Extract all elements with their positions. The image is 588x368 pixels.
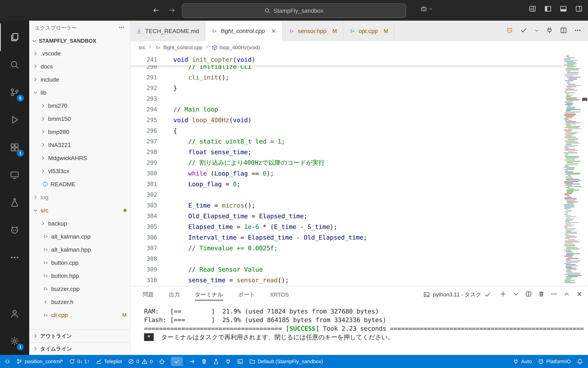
tree-item-INA3221[interactable]: INA3221 [29,138,130,151]
toggle-secondary-sidebar[interactable] [575,5,582,14]
panel-tab-XRTOS[interactable]: XRTOS [270,286,289,303]
minimap[interactable] [563,55,582,284]
status-platformio-env[interactable]: Default (StampFly_sandbox) [246,355,326,368]
status-bar: position_control*0↓ 1↑Teleplot00Default … [0,355,588,368]
tree-item-include[interactable]: include [29,73,130,86]
sidebar-section-0[interactable]: アウトライン [29,330,130,342]
folder-icon [249,359,255,364]
copilot-menu[interactable] [420,5,433,12]
tree-item-MdgwickAHRS[interactable]: MdgwickAHRS [29,151,130,165]
kill-terminal[interactable] [538,291,544,298]
sidebar-section-1[interactable]: タイムライン [29,342,130,355]
status-platformio-home[interactable] [156,355,168,368]
command-center-search[interactable]: StampFly_sandbox [182,3,406,18]
status-git-sync[interactable]: 0↓ 1↑ [66,355,93,368]
status-platformio-clean[interactable] [198,355,210,368]
editor-more-actions[interactable] [574,27,581,35]
tab-opt.cpp[interactable]: C+opt.cppM [343,21,395,41]
serial-monitor[interactable] [546,27,553,35]
chevright-icon [40,168,46,174]
activity-run-debug[interactable] [0,106,29,134]
platformio-quick-access[interactable] [506,27,513,35]
close-tab-icon[interactable] [271,28,276,34]
tree-item-README[interactable]: README [29,178,130,191]
tree-item-lib[interactable]: lib [29,86,130,99]
code-editor[interactable]: 290 // Initialize CLI291 cli_init();292}… [130,54,588,286]
breadcrumb-item[interactable]: loop_400Hz(void) [212,45,260,50]
status-platformio-build[interactable] [168,355,186,368]
status-platformio-core[interactable]: PlatformIO [535,355,574,368]
panel-tab-ポート[interactable]: ポート [238,286,255,303]
status-git-branch[interactable]: position_control* [13,355,66,368]
terminal-profiles[interactable] [513,291,519,298]
editor-scrollbar[interactable] [582,98,587,101]
toggle-primary-sidebar[interactable] [544,5,552,14]
activity-platformio[interactable] [0,216,29,244]
maximize-panel[interactable] [564,291,570,298]
tree-item-bmp280[interactable]: bmp280 [29,125,130,138]
activity-accounts[interactable] [0,300,29,327]
panel-tab-ターミナル[interactable]: ターミナル [195,286,223,303]
tree-item-vl53l3cx[interactable]: vl53l3cx [29,165,130,178]
status-notifications[interactable] [574,355,586,368]
status-platformio-serial-monitor[interactable] [222,355,234,368]
panel-more-actions[interactable] [551,291,557,298]
sticky-scroll-line[interactable]: 241void init_copter(void) [130,54,564,65]
tree-item-bmi270[interactable]: bmi270 [29,99,130,112]
status-serial-port-auto[interactable]: Auto [510,355,535,368]
nav-back-button[interactable] [151,5,162,16]
toggle-panel[interactable] [560,5,567,14]
nav-forward-button[interactable] [167,5,177,16]
cpp-file-icon: C+ [349,28,356,34]
tree-item-bmm150[interactable]: bmm150 [29,112,130,125]
tree-item-cli.cpp[interactable]: C+cli.cppM [29,308,130,322]
code-line-299: 299 // 割り込みにより400Hzで以降のコードが実行 [130,157,564,168]
tree-root[interactable]: STAMPFLY_SANDBOX [29,35,130,47]
split-editor[interactable] [560,27,567,35]
tab-TECH_README.md[interactable]: TECH_README.md [130,21,205,41]
status-platformio-upload[interactable] [186,355,198,368]
status-platformio-test[interactable] [210,355,222,368]
status-teleplot[interactable]: Teleplot [93,355,125,368]
tree-item-buzzer.h[interactable]: Cbuzzer.h [29,295,130,308]
tree-item-alt_kalman.cpp[interactable]: C+alt_kalman.cpp [29,230,130,243]
activity-remote-explorer[interactable] [0,161,29,189]
tree-item-button.hpp[interactable]: C+button.hpp [29,269,130,282]
close-panel[interactable] [576,291,582,298]
split-terminal[interactable] [526,291,532,298]
terminal-line: ===================================== [S… [144,324,588,333]
activity-extensions[interactable]: 1 [0,134,29,161]
tree-item-buzzer.cpp[interactable]: C+buzzer.cpp [29,282,130,295]
cpp-file-icon: C+ [42,312,49,318]
new-terminal[interactable] [500,291,506,298]
status-remote-indicator[interactable] [1,355,13,368]
activity-explorer[interactable] [0,23,29,51]
breadcrumb-item[interactable]: src [139,45,145,50]
tab-flight_control.cpp[interactable]: C+flight_control.cpp [205,21,282,41]
tree-item-button.cpp[interactable]: C+button.cpp [29,256,130,269]
activity-source-control[interactable]: 5 [0,78,29,106]
tab-sensor.hpp[interactable]: C+sensor.hppM [282,21,343,41]
warn-icon [142,359,148,364]
tree-item-log[interactable]: log [29,191,130,204]
status-platformio-new-terminal[interactable] [234,355,246,368]
tree-item-docs[interactable]: docs [29,60,130,73]
panel-tab-出力[interactable]: 出力 [169,286,180,303]
activity-settings[interactable]: 1 [0,327,29,355]
run-build-task[interactable] [520,27,527,35]
tree-item-.vscode[interactable]: .vscode [29,47,130,60]
breadcrumb-item[interactable]: C+flight_control.cpp [155,44,202,51]
terminal-output[interactable]: RAM: [== ] 21.9% (used 71824 bytes from … [130,303,588,355]
tree-item-alt_kalman.hpp[interactable]: C+alt_kalman.hpp [29,243,130,256]
activity-testing[interactable] [0,189,29,216]
tree-item-backup[interactable]: backup [29,217,130,230]
sidebar-more-actions[interactable] [119,24,124,31]
activity-more[interactable] [0,244,29,271]
activity-search[interactable] [0,51,29,78]
tree-item-src[interactable]: src [29,204,130,217]
terminal-instance[interactable]: python3.11 - タスク [423,291,491,298]
customize-layout[interactable] [529,5,536,14]
run-task-dropdown[interactable] [534,28,539,34]
panel-tab-問題[interactable]: 問題 [143,286,154,303]
status-problems[interactable]: 00 [125,355,156,368]
